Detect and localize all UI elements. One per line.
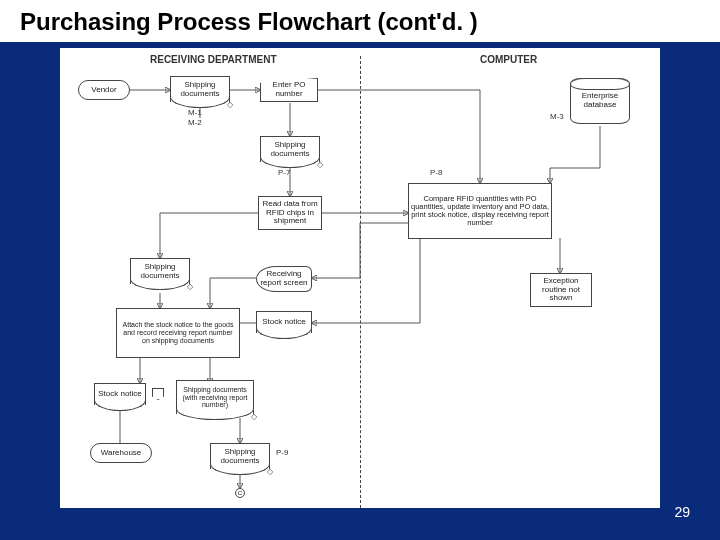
label-m2: M-2 — [188, 118, 202, 127]
label-m1: M-1 — [188, 108, 202, 117]
offpage-connector-1 — [152, 388, 164, 400]
label-p9: P-9 — [276, 448, 288, 457]
column-header-receiving: RECEIVING DEPARTMENT — [150, 54, 277, 65]
page-number: 29 — [674, 504, 690, 520]
manual-enter-po: Enter PO number — [260, 78, 318, 102]
lane-divider — [360, 56, 361, 508]
doc-shipping-3: Shipping documents — [130, 258, 190, 284]
doc-shipping-1: Shipping documents — [170, 76, 230, 102]
label-p8: P-8 — [430, 168, 442, 177]
connector-c: C — [235, 488, 245, 498]
doc-stock-notice-2: Stock notice — [94, 383, 146, 405]
process-compare-rfid: Compare RFID quantities with PO quantiti… — [408, 183, 552, 239]
doc-shipping-2: Shipping documents — [260, 136, 320, 162]
process-read-rfid: Read data from RFID chips in shipment — [258, 196, 322, 230]
column-header-computer: COMPUTER — [480, 54, 537, 65]
display-receiving-report: Receiving report screen — [256, 266, 312, 292]
terminator-vendor: Vendor — [78, 80, 130, 100]
slide-title: Purchasing Process Flowchart (cont'd. ) — [0, 0, 720, 42]
doc-stock-notice-1: Stock notice — [256, 311, 312, 333]
process-exception-routine: Exception routine not shown — [530, 273, 592, 307]
label-m3: M-3 — [550, 112, 564, 121]
doc-shipping-4: Shipping documents (with receiving repor… — [176, 380, 254, 414]
terminator-warehouse: Warehouse — [90, 443, 152, 463]
process-attach-stock-notice: Attach the stock notice to the goods and… — [116, 308, 240, 358]
doc-shipping-5: Shipping documents — [210, 443, 270, 469]
flowchart-canvas: RECEIVING DEPARTMENT COMPUTER — [60, 48, 660, 508]
datastore-enterprise-db: Enterprise database — [570, 78, 630, 124]
label-p7: P-7 — [278, 168, 290, 177]
